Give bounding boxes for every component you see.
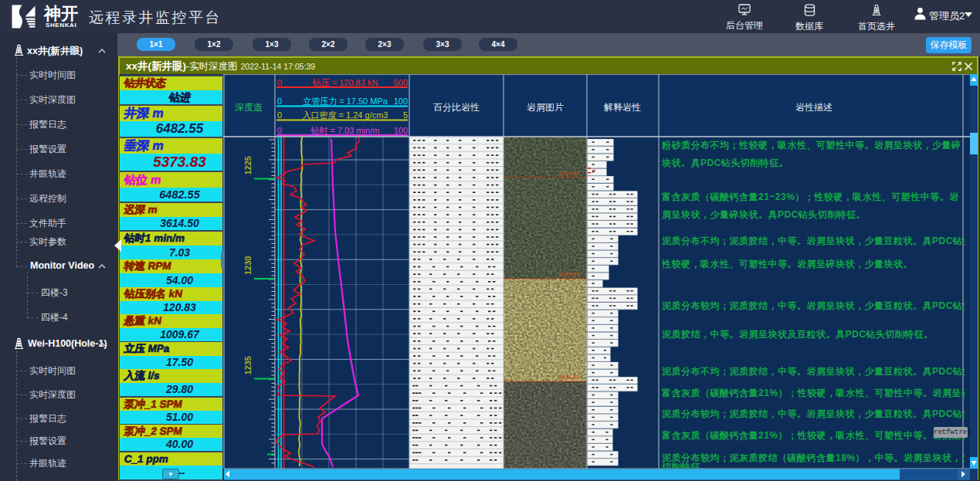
svg-text:立管压力 = 17.50 MPa: 立管压力 = 17.50 MPa: [303, 97, 388, 106]
svg-text:5: 5: [403, 110, 408, 120]
svg-text:0: 0: [277, 78, 282, 87]
svg-text:入口密度 = 1.24 g/cm3: 入口密度 = 1.24 g/cm3: [303, 110, 388, 120]
svg-text:钻压 = 120.83 kN: 钻压 = 120.83 kN: [312, 78, 378, 87]
svg-text:1225: 1225: [243, 156, 253, 174]
svg-text:0: 0: [277, 126, 282, 135]
svg-text:6484.55: 6484.55: [558, 374, 579, 381]
svg-text:100: 100: [394, 97, 408, 106]
svg-text:0: 0: [277, 97, 282, 106]
svg-text:岩性描述: 岩性描述: [795, 102, 832, 113]
svg-text:百分比岩性: 百分比岩性: [433, 102, 480, 113]
svg-text:6483.55: 6483.55: [558, 271, 579, 278]
svg-text:深度道: 深度道: [235, 102, 263, 113]
svg-text:100: 100: [394, 126, 408, 135]
svg-text:0: 0: [277, 110, 282, 120]
svg-text:钻时 = 7.03 min/m: 钻时 = 7.03 min/m: [310, 126, 380, 135]
svg-text:500: 500: [394, 78, 408, 87]
svg-text:1230: 1230: [243, 256, 253, 275]
svg-text:解释岩性: 解释岩性: [604, 102, 641, 113]
svg-text:1235: 1235: [243, 356, 253, 374]
svg-text:6482.55: 6482.55: [558, 170, 579, 177]
svg-text:岩屑图片: 岩屑图片: [527, 102, 564, 113]
